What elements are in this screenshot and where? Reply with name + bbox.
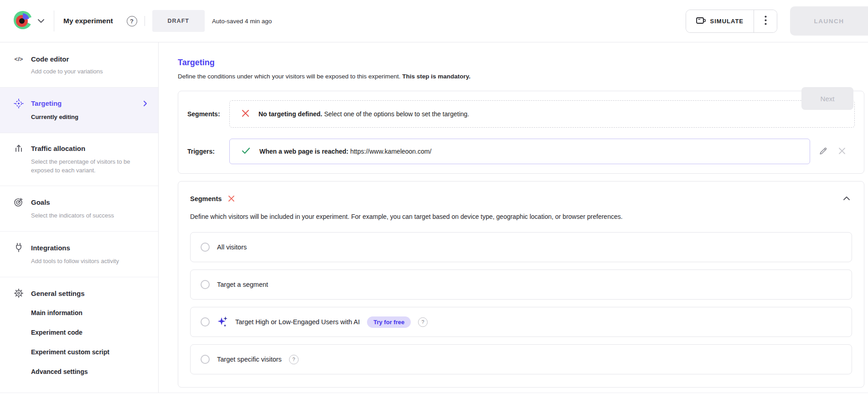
radio-button[interactable] — [201, 280, 210, 289]
sidebar-item-subtitle: Select the indicators of success — [31, 212, 140, 220]
radio-button[interactable] — [201, 243, 210, 252]
option-label: Target a segment — [217, 281, 268, 288]
option-target-specific-visitors[interactable]: Target specific visitors ? — [190, 344, 852, 374]
goals-icon — [14, 197, 24, 207]
ai-sparkles-icon — [217, 316, 228, 328]
page-description: Define the conditions under which your v… — [178, 73, 864, 80]
segments-status-text: No targeting defined. Select one of the … — [258, 110, 469, 118]
segments-status-rest: Select one of the options below to set t… — [324, 110, 469, 118]
chevron-down-icon — [37, 17, 45, 25]
sidebar-item-code-editor[interactable]: </> Code editor Add code to your variati… — [0, 44, 158, 87]
radio-button[interactable] — [201, 317, 210, 326]
segments-panel: Segments Define which visitors will be i… — [178, 181, 864, 388]
simulate-button[interactable]: SIMULATE — [686, 10, 754, 32]
error-x-icon — [228, 195, 235, 202]
sidebar-item-label: Goals — [31, 198, 50, 206]
header-divider — [145, 16, 145, 26]
sidebar-item-targeting[interactable]: Targeting Currently editing — [0, 87, 158, 133]
help-icon[interactable]: ? — [418, 317, 428, 327]
autosave-text: Auto-saved 4 min ago — [212, 18, 272, 25]
trigger-text-url: https://www.kameleoon.com/ — [350, 148, 431, 155]
sidebar-link-advanced-settings[interactable]: Advanced settings — [31, 368, 158, 375]
main-content: Targeting Define the conditions under wh… — [159, 42, 868, 393]
trigger-actions — [810, 145, 855, 158]
option-label: Target High or Low-Engaged Users with AI — [235, 318, 360, 326]
segment-options-list: All visitors Target a segment — [190, 232, 852, 374]
sidebar-item-label: Targeting — [31, 99, 62, 107]
sidebar-item-integrations[interactable]: Integrations Add tools to follow visitor… — [0, 231, 158, 277]
target-icon — [14, 98, 24, 109]
page-description-mandatory: This step is mandatory. — [402, 73, 470, 80]
radio-button[interactable] — [201, 355, 210, 364]
header: My experiment ? DRAFT Auto-saved 4 min a… — [0, 0, 868, 42]
error-x-icon — [242, 109, 249, 119]
chevron-up-icon — [843, 195, 850, 202]
plug-icon — [14, 243, 24, 253]
segments-summary-row: Segments: No targeting defined. Select o… — [187, 100, 855, 128]
next-button[interactable]: Next — [801, 87, 853, 110]
pencil-icon — [819, 146, 828, 157]
chevron-right-icon — [143, 100, 147, 107]
help-icon[interactable]: ? — [127, 16, 137, 26]
segments-status-bold: No targeting defined. — [258, 110, 322, 118]
launch-button[interactable]: LAUNCH — [790, 6, 868, 36]
header-actions: SIMULATE LAUNCH — [686, 6, 868, 36]
code-icon: </> — [14, 56, 24, 62]
trigger-chip[interactable]: When a web page is reached: https://www.… — [229, 139, 810, 164]
targeting-summary-panel: Segments: No targeting defined. Select o… — [178, 91, 864, 174]
page-title: Targeting — [178, 58, 864, 67]
simulate-button-group: SIMULATE — [686, 10, 777, 33]
page-description-text: Define the conditions under which your v… — [178, 73, 401, 80]
try-for-free-badge[interactable]: Try for free — [367, 316, 411, 328]
segments-row-label: Segments: — [187, 110, 229, 118]
option-ai-engaged-users[interactable]: Target High or Low-Engaged Users with AI… — [190, 307, 852, 337]
segments-panel-title: Segments — [190, 195, 222, 202]
experiment-title: My experiment — [63, 17, 113, 25]
more-options-button[interactable] — [754, 10, 777, 32]
sidebar-item-subtitle: Select the percentage of visitors to be … — [31, 158, 140, 175]
simulate-screen-icon — [696, 17, 706, 26]
sidebar-item-general-settings[interactable]: General settings — [0, 277, 158, 309]
sidebar-item-traffic-allocation[interactable]: Traffic allocation Select the percentage… — [0, 133, 158, 186]
sidebar-link-experiment-code[interactable]: Experiment code — [31, 329, 158, 336]
sidebar-item-subtitle: Add tools to follow visitors activity — [31, 257, 140, 266]
sidebar-item-label: General settings — [31, 290, 85, 297]
status-badge: DRAFT — [152, 10, 205, 32]
collapse-panel-button[interactable] — [841, 193, 852, 204]
sidebar-link-experiment-custom-script[interactable]: Experiment custom script — [31, 348, 158, 356]
help-icon[interactable]: ? — [289, 355, 299, 364]
option-label: Target specific visitors — [217, 356, 282, 363]
kameleoon-logo-icon — [13, 10, 33, 32]
app-body: </> Code editor Add code to your variati… — [0, 42, 868, 393]
segments-panel-description: Define which visitors will be included i… — [190, 213, 852, 220]
sidebar-item-goals[interactable]: Goals Select the indicators of success — [0, 186, 158, 231]
page: My experiment ? DRAFT Auto-saved 4 min a… — [0, 0, 868, 404]
project-switcher[interactable] — [13, 10, 45, 32]
sidebar-item-subtitle: Currently editing — [31, 113, 140, 122]
traffic-allocation-icon — [14, 144, 24, 153]
simulate-label: SIMULATE — [710, 18, 744, 25]
triggers-row-label: Triggers: — [187, 148, 229, 155]
delete-trigger-button[interactable] — [837, 146, 847, 157]
triggers-summary-row: Triggers: When a web page is reached: ht… — [187, 139, 855, 164]
option-all-visitors[interactable]: All visitors — [190, 232, 852, 262]
segments-panel-header: Segments — [190, 193, 852, 204]
option-label: All visitors — [217, 243, 247, 251]
sidebar-item-label: Integrations — [31, 244, 70, 252]
sidebar-link-main-information[interactable]: Main information — [31, 309, 158, 316]
edit-trigger-button[interactable] — [818, 145, 829, 158]
success-check-icon — [242, 147, 250, 156]
segments-empty-dropzone[interactable]: No targeting defined. Select one of the … — [229, 100, 855, 128]
gear-icon — [14, 288, 24, 298]
header-divider — [54, 10, 54, 31]
general-settings-links: Main information Experiment code Experim… — [0, 309, 158, 391]
sidebar-item-label: Code editor — [31, 55, 69, 63]
option-target-a-segment[interactable]: Target a segment — [190, 269, 852, 300]
kebab-menu-icon — [765, 16, 767, 26]
trigger-text-bold: When a web page is reached: — [259, 148, 348, 155]
sidebar-item-label: Traffic allocation — [31, 145, 85, 152]
trigger-text: When a web page is reached: https://www.… — [259, 148, 431, 155]
sidebar: </> Code editor Add code to your variati… — [0, 42, 159, 393]
close-icon — [838, 147, 846, 156]
sidebar-item-subtitle: Add code to your variations — [31, 67, 140, 76]
